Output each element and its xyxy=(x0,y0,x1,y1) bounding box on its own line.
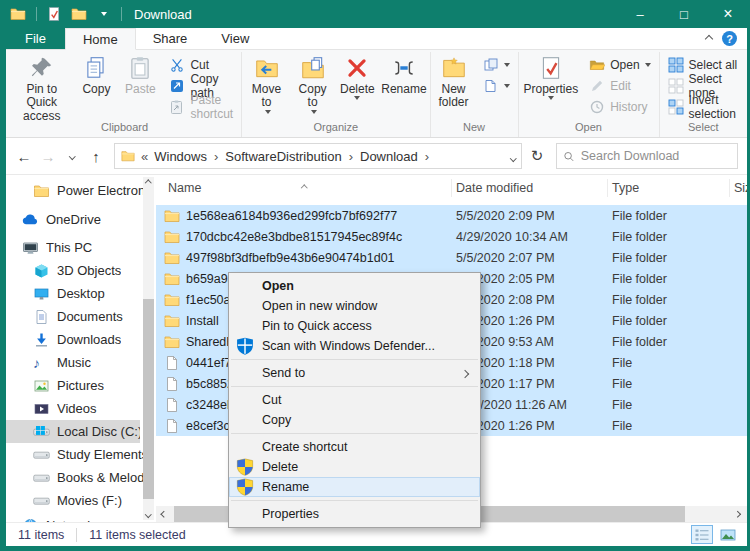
history-button[interactable]: History xyxy=(582,96,657,117)
menu-item-open[interactable]: Open xyxy=(229,276,480,296)
move-to-button[interactable]: Move to xyxy=(243,52,290,114)
open-button[interactable]: Open xyxy=(582,54,657,75)
address-dropdown-button[interactable] xyxy=(511,149,516,164)
crumb-separator-icon: › xyxy=(211,149,221,164)
invert-selection-button[interactable]: Invert selection xyxy=(661,96,746,117)
forward-button[interactable]: → xyxy=(36,148,60,165)
separator xyxy=(121,7,122,21)
explorer-window: Download – □ × File Home Share View ? xyxy=(0,0,750,551)
scrollbar-thumb[interactable] xyxy=(143,299,154,499)
edit-icon xyxy=(589,78,605,94)
copy-icon xyxy=(83,55,109,81)
sidebar-item-movies[interactable]: Movies (F:) xyxy=(6,489,156,512)
minimize-button[interactable]: – xyxy=(618,0,662,28)
paste-shortcut-button[interactable]: Paste shortcut xyxy=(162,96,240,117)
properties-icon xyxy=(538,55,564,81)
caret-down-icon xyxy=(504,84,510,88)
copy-button[interactable]: Copy xyxy=(74,52,118,96)
scroll-right-icon[interactable] xyxy=(729,506,745,522)
new-folder-button[interactable]: New folder xyxy=(432,52,476,110)
up-button[interactable]: ↑ xyxy=(84,148,108,165)
properties-button[interactable]: Properties xyxy=(520,52,583,100)
copy-to-button[interactable]: Copy to xyxy=(290,52,336,114)
sidebar-item-onedrive[interactable]: OneDrive xyxy=(6,208,156,231)
rename-button[interactable]: Rename xyxy=(379,52,428,96)
menu-item-open-in-new-window[interactable]: Open in new window xyxy=(229,296,480,316)
drive-icon xyxy=(33,470,50,486)
close-button[interactable]: × xyxy=(706,0,750,28)
sidebar-item-documents[interactable]: Documents xyxy=(6,305,156,328)
qat-new-folder-button[interactable] xyxy=(71,6,87,22)
menu-item-pin-to-quick-access[interactable]: Pin to Quick access xyxy=(229,316,480,336)
new-item-button[interactable] xyxy=(476,54,517,75)
delete-button[interactable]: Delete xyxy=(335,52,379,100)
sidebar-item-music[interactable]: ♪ Music xyxy=(6,351,156,374)
thumbnail-view-button[interactable] xyxy=(717,525,739,544)
scroll-down-icon[interactable] xyxy=(143,508,154,520)
breadcrumb-segment[interactable]: SoftwareDistribution xyxy=(221,149,345,164)
window-controls: – □ × xyxy=(618,0,750,28)
menu-item-copy[interactable]: Copy xyxy=(229,410,480,430)
sidebar-item-local-disc-c[interactable]: Local Disc (C:) xyxy=(6,420,140,443)
help-icon[interactable]: ? xyxy=(722,31,737,46)
maximize-button[interactable]: □ xyxy=(662,0,706,28)
back-button[interactable]: ← xyxy=(12,148,36,165)
submenu-arrow-icon xyxy=(462,366,468,380)
collapse-ribbon-icon[interactable] xyxy=(705,34,713,42)
tab-share[interactable]: Share xyxy=(136,28,205,49)
scroll-up-icon[interactable] xyxy=(143,177,154,189)
sidebar-item-power-electronics[interactable]: Power Electronics xyxy=(6,179,156,202)
picture-icon xyxy=(33,378,50,394)
edit-button[interactable]: Edit xyxy=(582,75,657,96)
menu-item-delete[interactable]: Delete xyxy=(229,457,480,477)
breadcrumb-segment[interactable]: Download xyxy=(356,149,422,164)
table-row[interactable]: 1e568ea6184b936ed299fcb7bf692f77 5/5/202… xyxy=(156,205,747,226)
search-input[interactable] xyxy=(581,149,731,163)
qat-customize-button[interactable] xyxy=(96,6,112,22)
menu-item-rename[interactable]: Rename xyxy=(229,477,480,497)
pin-to-quick-access-button[interactable]: Pin to Quick access xyxy=(9,52,74,123)
group-label-new: New xyxy=(432,120,517,133)
tab-file[interactable]: File xyxy=(6,28,65,49)
column-header-date-modified[interactable]: Date modified xyxy=(452,179,608,197)
table-row[interactable]: 497f98bf3dfbefb9e43b6e90474b1d01 5/5/202… xyxy=(156,247,747,268)
menu-item-scan-with-windows-defender[interactable]: Scan with Windows Defender... xyxy=(229,336,480,356)
tab-view[interactable]: View xyxy=(204,28,266,49)
items-count: 11 items xyxy=(6,528,76,542)
folder-icon xyxy=(33,183,50,199)
file-icon xyxy=(164,418,180,434)
new-item-icon xyxy=(483,57,499,73)
paste-button[interactable]: Paste xyxy=(118,52,162,96)
tab-home[interactable]: Home xyxy=(65,28,136,50)
sidebar-item-this-pc[interactable]: This PC xyxy=(6,236,156,259)
sidebar-item-pictures[interactable]: Pictures xyxy=(6,374,156,397)
sidebar-item-study-elements[interactable]: Study Elements (D:) xyxy=(6,443,156,466)
chevron-down-icon xyxy=(510,155,516,161)
sidebar-item-videos[interactable]: Videos xyxy=(6,397,156,420)
qat-properties-button[interactable] xyxy=(46,6,62,22)
ribbon-group-organize: Move to Copy to Delete Rename O xyxy=(242,52,430,137)
column-header-type[interactable]: Type xyxy=(608,179,730,197)
recent-locations-button[interactable] xyxy=(60,154,84,159)
breadcrumb-segment[interactable]: Windows xyxy=(150,149,211,164)
menu-item-send-to[interactable]: Send to xyxy=(229,363,480,383)
breadcrumb[interactable]: « Windows › SoftwareDistribution › Downl… xyxy=(114,143,522,169)
menu-item-properties[interactable]: Properties xyxy=(229,504,480,524)
sidebar-item-network[interactable]: Network xyxy=(6,514,156,522)
refresh-button[interactable]: ↻ xyxy=(524,147,550,165)
easy-access-button[interactable] xyxy=(476,75,517,96)
details-view-button[interactable] xyxy=(691,525,713,544)
file-icon xyxy=(164,397,180,413)
menu-item-create-shortcut[interactable]: Create shortcut xyxy=(229,437,480,457)
column-header-size[interactable]: Size xyxy=(730,179,747,197)
menu-item-cut[interactable]: Cut xyxy=(229,390,480,410)
sidebar-item-books-melody[interactable]: Books & Melody (E:) xyxy=(6,466,156,489)
table-row[interactable]: 170dcbc42e8e3bdbe81517945ec89f4c 4/29/20… xyxy=(156,226,747,247)
scroll-left-icon[interactable] xyxy=(156,506,172,522)
column-header-name[interactable]: Name xyxy=(164,179,452,197)
sidebar-item-desktop[interactable]: Desktop xyxy=(6,282,156,305)
sidebar-scrollbar[interactable] xyxy=(143,177,154,520)
sort-ascending-icon[interactable] xyxy=(302,176,307,194)
sidebar-item-3d-objects[interactable]: 3D Objects xyxy=(6,259,156,282)
sidebar-item-downloads[interactable]: Downloads xyxy=(6,328,156,351)
